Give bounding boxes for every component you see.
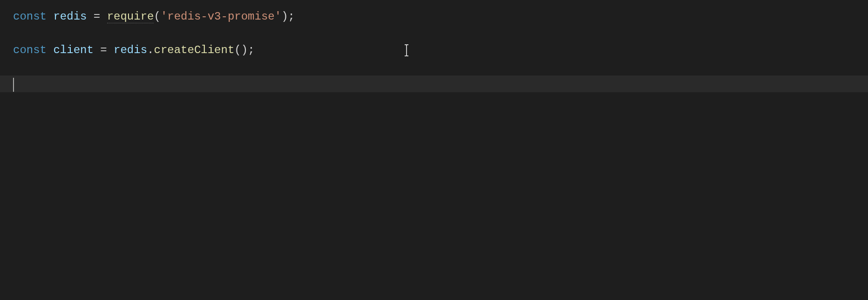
variable-client: client: [53, 44, 93, 56]
variable-redis: redis: [53, 10, 87, 23]
operator-equals: =: [94, 10, 100, 23]
whitespace: [87, 10, 93, 23]
keyword-const: const: [13, 10, 47, 23]
paren-close: ): [281, 10, 288, 23]
whitespace: [47, 10, 53, 23]
paren-open: (: [234, 44, 241, 56]
function-createclient: createClient: [154, 44, 234, 56]
code-line-3[interactable]: const client = redis.createClient();: [13, 42, 868, 59]
semicolon: ;: [288, 10, 295, 23]
code-line-4[interactable]: [13, 59, 868, 75]
keyword-const: const: [13, 44, 47, 56]
code-line-1[interactable]: const redis = require('redis-v3-promise'…: [13, 8, 868, 25]
code-line-5[interactable]: [0, 75, 868, 92]
whitespace: [94, 44, 100, 56]
paren-open: (: [154, 10, 160, 23]
dot-accessor: .: [147, 44, 154, 56]
code-line-2[interactable]: [13, 25, 868, 42]
property-redis: redis: [114, 44, 147, 56]
whitespace: [47, 44, 53, 56]
string-module-name: 'redis-v3-promise': [161, 10, 281, 23]
operator-equals: =: [100, 44, 107, 56]
code-editor-area[interactable]: const redis = require('redis-v3-promise'…: [0, 0, 868, 300]
whitespace: [107, 44, 114, 56]
function-require: require: [107, 10, 154, 23]
whitespace: [100, 10, 107, 23]
paren-close: ): [241, 44, 248, 56]
semicolon: ;: [248, 44, 254, 56]
text-caret: [13, 78, 14, 92]
